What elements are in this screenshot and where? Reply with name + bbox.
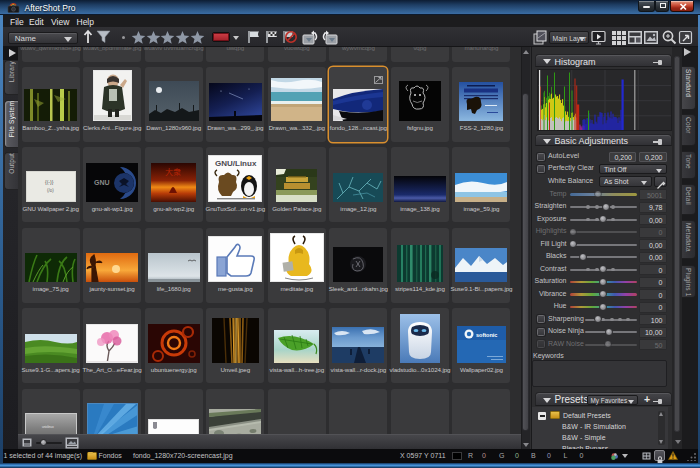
svg-text:{(-)}: {(-)}: [45, 179, 54, 185]
svg-text:GNU/Linux: GNU/Linux: [215, 159, 257, 168]
svg-text:unixlinux: unixlinux: [42, 425, 54, 429]
svg-text:大衆: 大衆: [165, 167, 181, 177]
svg-text:softonic: softonic: [476, 331, 497, 337]
svg-text:GNU: GNU: [94, 179, 110, 186]
svg-text:(/o): (/o): [47, 188, 54, 193]
